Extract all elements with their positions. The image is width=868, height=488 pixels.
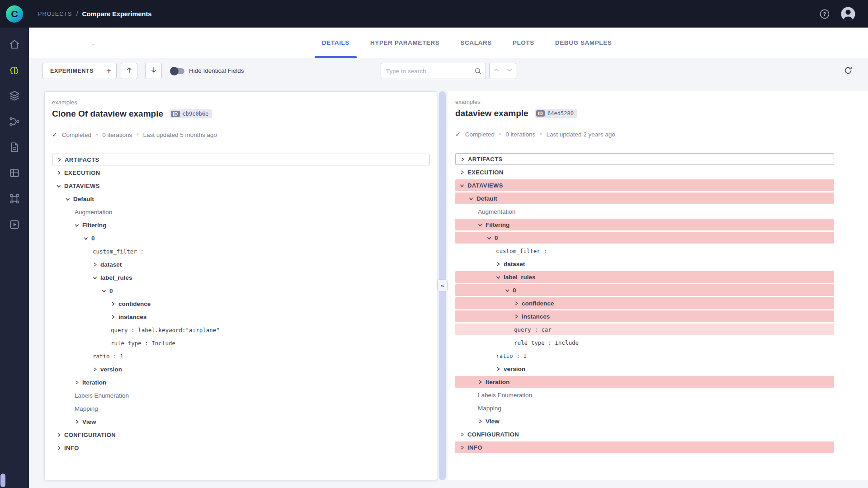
tree-row[interactable]: INFO xyxy=(455,441,834,453)
tree-row[interactable]: DATAVIEWS xyxy=(455,179,834,191)
chevron-right-icon[interactable] xyxy=(111,315,115,319)
chevron-right-icon[interactable] xyxy=(93,263,97,267)
refresh-button[interactable] xyxy=(842,65,854,78)
chevron-right-icon[interactable] xyxy=(514,301,519,305)
experiments-split-button[interactable]: EXPERIMENTS + xyxy=(42,63,117,79)
chevron-right-icon[interactable] xyxy=(57,171,61,175)
chevron-right-icon[interactable] xyxy=(478,419,482,423)
chevron-down-icon[interactable] xyxy=(93,275,97,280)
chevron-right-icon[interactable] xyxy=(111,302,115,306)
chevron-down-icon[interactable] xyxy=(469,196,473,201)
tree-row[interactable]: 0 xyxy=(455,232,834,244)
collapse-panel-button[interactable]: « xyxy=(437,279,448,291)
tree-row[interactable]: instances xyxy=(455,310,834,322)
tree-row: query : car xyxy=(455,324,834,335)
tree-row[interactable]: ARTIFACTS xyxy=(52,154,429,165)
tree-row[interactable]: label_rules xyxy=(52,272,429,283)
chevron-right-icon[interactable] xyxy=(57,446,61,450)
tab-plots[interactable]: PLOTS xyxy=(512,28,535,58)
clearml-logo-icon[interactable]: C xyxy=(6,5,23,23)
tree-row[interactable]: EXECUTION xyxy=(455,166,834,178)
breadcrumb-projects[interactable]: PROJECTS xyxy=(38,11,72,17)
chevron-right-icon[interactable] xyxy=(57,433,61,437)
sidebar-scrollbar-thumb[interactable] xyxy=(0,474,5,487)
chevron-right-icon[interactable] xyxy=(496,262,500,266)
tree-row[interactable]: Default xyxy=(52,193,429,205)
sidebar-item-home[interactable] xyxy=(0,31,29,57)
tree-row[interactable]: EXECUTION xyxy=(52,167,429,178)
help-icon[interactable]: ? xyxy=(819,9,830,19)
sidebar-item-annotations[interactable] xyxy=(0,186,29,211)
tab-scalars[interactable]: SCALARS xyxy=(459,28,492,58)
tree-row[interactable]: Filtering xyxy=(52,219,429,231)
chevron-right-icon[interactable] xyxy=(514,314,519,319)
add-experiment-button[interactable]: + xyxy=(101,63,116,79)
tree-row[interactable]: confidence xyxy=(455,297,834,309)
tree-row[interactable]: label_rules xyxy=(455,271,834,283)
chevron-right-icon[interactable] xyxy=(460,446,464,450)
experiment-id-badge[interactable]: ID cb9c0b6e xyxy=(170,109,212,118)
tab-details[interactable]: DETAILS xyxy=(321,28,350,58)
chevron-right-icon[interactable] xyxy=(75,380,79,385)
chevron-right-icon[interactable] xyxy=(496,367,500,371)
tree-row[interactable]: 0 xyxy=(455,284,834,296)
chevron-right-icon[interactable] xyxy=(460,432,464,436)
chevron-down-icon[interactable] xyxy=(75,223,79,227)
tree-row: custom_filter : xyxy=(52,245,429,257)
chevron-right-icon[interactable] xyxy=(460,170,464,174)
chevron-down-icon[interactable] xyxy=(102,288,106,293)
tree-row[interactable]: Filtering xyxy=(455,219,834,230)
tree-row[interactable]: version xyxy=(455,363,834,375)
tab-hyper-parameters[interactable]: HYPER PARAMETERS xyxy=(369,28,440,58)
status-text: Completed xyxy=(465,131,495,138)
chevron-right-icon[interactable] xyxy=(478,380,482,384)
next-result-button[interactable] xyxy=(503,63,516,79)
tree-row[interactable]: Iteration xyxy=(52,376,429,388)
tree-row[interactable]: dataset xyxy=(52,258,429,270)
tree-row[interactable]: version xyxy=(52,363,429,375)
tree-row[interactable]: CONFIGURATION xyxy=(455,428,834,440)
tree-row[interactable]: CONFIGURATION xyxy=(52,429,429,441)
tree-row[interactable]: Iteration xyxy=(455,376,834,388)
chevron-down-icon[interactable] xyxy=(66,197,70,201)
sidebar-item-reports[interactable] xyxy=(0,134,29,160)
tree-row[interactable]: INFO xyxy=(52,442,429,454)
chevron-down-icon[interactable] xyxy=(460,183,464,188)
sidebar-item-datasets[interactable] xyxy=(0,83,29,108)
sidebar-item-applications[interactable] xyxy=(0,211,29,237)
experiment-id-badge[interactable]: ID 64ed5280 xyxy=(535,109,577,118)
chevron-down-icon[interactable] xyxy=(84,236,88,240)
tree-row[interactable]: 0 xyxy=(52,285,429,296)
chevron-down-icon[interactable] xyxy=(478,222,482,227)
chevron-down-icon[interactable] xyxy=(57,183,61,188)
experiment-detail-tree: ARTIFACTSEXECUTIONDATAVIEWSDefaultAugmen… xyxy=(52,154,429,454)
tree-row[interactable]: Default xyxy=(455,192,834,204)
tree-row[interactable]: ARTIFACTS xyxy=(455,153,834,165)
search-icon[interactable] xyxy=(474,67,482,77)
search-input[interactable] xyxy=(381,63,486,79)
user-avatar-icon[interactable] xyxy=(840,6,856,22)
chevron-right-icon[interactable] xyxy=(75,420,79,424)
tree-row[interactable]: 0 xyxy=(52,232,429,244)
experiments-button-label[interactable]: EXPERIMENTS xyxy=(43,63,101,79)
previous-result-button[interactable] xyxy=(489,63,503,79)
tree-row[interactable]: View xyxy=(455,415,834,427)
sidebar-item-pipelines[interactable] xyxy=(0,108,29,134)
tree-row[interactable]: confidence xyxy=(52,298,429,310)
chevron-down-icon[interactable] xyxy=(496,275,500,279)
tab-debug-samples[interactable]: DEBUG SAMPLES xyxy=(554,28,613,58)
chevron-right-icon[interactable] xyxy=(460,157,465,161)
chevron-down-icon[interactable] xyxy=(487,235,491,240)
tree-row[interactable]: View xyxy=(52,416,429,427)
tree-row[interactable]: dataset xyxy=(455,258,834,270)
hide-identical-toggle[interactable] xyxy=(171,68,184,74)
chevron-down-icon[interactable] xyxy=(505,288,509,292)
sidebar-item-hyper-datasets[interactable] xyxy=(0,160,29,186)
sidebar-item-projects[interactable] xyxy=(0,57,29,83)
move-up-button[interactable] xyxy=(121,63,137,79)
chevron-right-icon[interactable] xyxy=(93,367,97,371)
tree-row[interactable]: DATAVIEWS xyxy=(52,180,429,192)
move-down-button[interactable] xyxy=(145,63,162,79)
chevron-right-icon[interactable] xyxy=(57,158,61,162)
tree-row[interactable]: instances xyxy=(52,311,429,323)
